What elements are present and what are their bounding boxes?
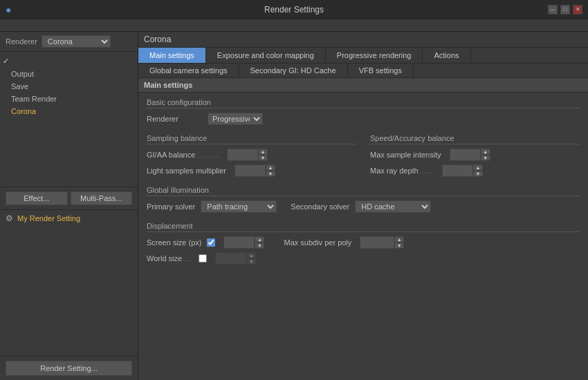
left-nav: ✓ Output Save Team Render Corona bbox=[0, 52, 138, 187]
main-settings-header: Main settings bbox=[138, 78, 588, 93]
light-samples-arrows: ▲ ▼ bbox=[266, 164, 275, 177]
world-size-checkbox[interactable] bbox=[199, 254, 207, 263]
giaa-spinner: 16 ▲ ▼ bbox=[227, 149, 268, 161]
light-samples-up[interactable]: ▲ bbox=[266, 164, 275, 171]
multi-pass-button[interactable]: Multi-Pass... bbox=[71, 191, 133, 205]
maximize-button[interactable]: □ bbox=[560, 5, 570, 15]
title-bar: ● Render Settings — □ ✕ bbox=[0, 0, 588, 19]
screen-size-spinner: 2 ▲ ▼ bbox=[223, 236, 264, 249]
tab-actions[interactable]: Actions bbox=[423, 48, 470, 63]
max-sample-down[interactable]: ▼ bbox=[481, 155, 490, 161]
my-render-setting[interactable]: My Render Setting bbox=[17, 214, 80, 222]
max-sample-spinner: 20 ▲ ▼ bbox=[450, 149, 490, 161]
giaa-arrows: ▲ ▼ bbox=[258, 149, 268, 161]
world-size-down[interactable]: ▼ bbox=[246, 258, 256, 265]
max-subdiv-down[interactable]: ▼ bbox=[394, 243, 404, 249]
nav-item-team-render[interactable]: Team Render bbox=[0, 93, 138, 105]
nav-item-corona[interactable]: Corona bbox=[0, 105, 138, 117]
light-samples-spinner: 2 ▲ ▼ bbox=[235, 164, 275, 177]
world-size-arrows: ▲ ▼ bbox=[246, 252, 256, 265]
speed-accuracy-header: Speed/Accuracy balance bbox=[370, 134, 580, 144]
max-sample-row: Max sample intensity 20 ▲ ▼ bbox=[370, 149, 580, 161]
screen-size-up[interactable]: ▲ bbox=[255, 236, 264, 243]
light-samples-row: Light samples multiplier 2 ▲ ▼ bbox=[147, 164, 356, 177]
screen-size-checkbox[interactable] bbox=[207, 238, 215, 247]
render-setting-row: ⚙ My Render Setting bbox=[0, 209, 138, 227]
max-subdiv-up[interactable]: ▲ bbox=[394, 236, 404, 243]
sampling-balance-col: Sampling balance GI/AA balance .........… bbox=[147, 134, 356, 180]
renderer-field-label: Renderer bbox=[147, 115, 202, 123]
gi-section: Global illumination Primary solver Path … bbox=[138, 186, 588, 222]
tab-global-camera[interactable]: Global camera settings bbox=[138, 64, 239, 77]
tab-vfb[interactable]: VFB settings bbox=[348, 64, 414, 77]
world-size-label: World size .... bbox=[147, 254, 193, 263]
primary-solver-select[interactable]: Path tracing UHD Cache bbox=[201, 200, 277, 213]
renderer-dropdown[interactable]: Corona Physical Standard bbox=[42, 35, 111, 48]
displacement-header: Displacement bbox=[147, 222, 580, 232]
world-size-spinner: 1 cm ▲ ▼ bbox=[215, 252, 256, 265]
tab-secondary-gi[interactable]: Secondary GI: HD Cache bbox=[239, 64, 348, 77]
screen-size-arrows: ▲ ▼ bbox=[255, 236, 264, 249]
tabs-row1: Main settings Exposure and color mapping… bbox=[138, 48, 588, 64]
basic-config-header: Basic configuration bbox=[147, 98, 580, 108]
panel-header: Corona bbox=[138, 32, 588, 48]
max-ray-input[interactable]: 25 bbox=[442, 164, 473, 177]
screen-size-row: Screen size (px) 2 ▲ ▼ Max subdiv per po… bbox=[147, 236, 580, 249]
max-subdiv-spinner: 100 ▲ ▼ bbox=[360, 236, 404, 249]
world-size-row: World size .... 1 cm ▲ ▼ bbox=[147, 252, 580, 265]
giaa-down[interactable]: ▼ bbox=[258, 155, 268, 161]
sampling-balance-header: Sampling balance bbox=[147, 134, 356, 144]
light-samples-down[interactable]: ▼ bbox=[266, 171, 275, 177]
basic-config-section: Basic configuration Renderer Progressive… bbox=[138, 93, 588, 134]
tab-exposure[interactable]: Exposure and color mapping bbox=[206, 48, 326, 63]
renderer-bar: Renderer Corona Physical Standard bbox=[0, 32, 138, 52]
max-sample-input[interactable]: 20 bbox=[450, 149, 481, 161]
effect-button[interactable]: Effect... bbox=[6, 191, 68, 205]
gi-solvers-row: Primary solver Path tracing UHD Cache Se… bbox=[147, 200, 580, 213]
world-size-up[interactable]: ▲ bbox=[246, 252, 256, 258]
render-setting-button[interactable]: Render Setting... bbox=[6, 361, 132, 376]
gi-header: Global illumination bbox=[147, 186, 580, 196]
max-sample-up[interactable]: ▲ bbox=[481, 149, 490, 155]
max-subdiv-arrows: ▲ ▼ bbox=[394, 236, 404, 249]
sampling-section: Sampling balance GI/AA balance .........… bbox=[138, 134, 588, 186]
giaa-up[interactable]: ▲ bbox=[258, 149, 268, 155]
speed-accuracy-col: Speed/Accuracy balance Max sample intens… bbox=[356, 134, 580, 180]
giaa-label: GI/AA balance ........... bbox=[147, 151, 221, 159]
secondary-solver-select[interactable]: HD cache None bbox=[355, 200, 431, 213]
renderer-field-select[interactable]: Progressive Bucket VCM bbox=[208, 113, 263, 125]
close-button[interactable]: ✕ bbox=[573, 5, 582, 15]
renderer-row: Renderer Progressive Bucket VCM bbox=[147, 113, 580, 125]
max-ray-spinner: 25 ▲ ▼ bbox=[442, 164, 483, 177]
minimize-button[interactable]: — bbox=[548, 5, 558, 15]
giaa-row: GI/AA balance ........... 16 ▲ ▼ bbox=[147, 149, 356, 161]
primary-solver-label: Primary solver bbox=[147, 202, 195, 211]
max-subdiv-input[interactable]: 100 bbox=[360, 236, 394, 249]
title-bar-left: ● bbox=[6, 4, 11, 15]
nav-item-check: ✓ bbox=[0, 55, 138, 68]
right-panel: Corona Main settings Exposure and color … bbox=[138, 32, 588, 380]
screen-size-down[interactable]: ▼ bbox=[255, 243, 264, 249]
giaa-input[interactable]: 16 bbox=[227, 149, 258, 161]
light-samples-input[interactable]: 2 bbox=[235, 164, 266, 177]
window-title: Render Settings bbox=[264, 5, 324, 15]
light-samples-label: Light samples multiplier bbox=[147, 167, 226, 175]
world-size-input[interactable]: 1 cm bbox=[215, 252, 246, 265]
content-area: Main settings Basic configuration Render… bbox=[138, 78, 588, 380]
max-ray-up[interactable]: ▲ bbox=[473, 164, 483, 171]
max-sample-arrows: ▲ ▼ bbox=[481, 149, 490, 161]
gear-icon: ⚙ bbox=[6, 213, 13, 223]
tab-main-settings[interactable]: Main settings bbox=[138, 48, 206, 63]
check-mark: ✓ bbox=[3, 57, 9, 65]
tab-progressive[interactable]: Progressive rendering bbox=[326, 48, 423, 63]
screen-size-input[interactable]: 2 bbox=[223, 236, 255, 249]
max-sample-label: Max sample intensity bbox=[370, 151, 441, 159]
nav-item-save[interactable]: Save bbox=[0, 80, 138, 93]
window-controls: — □ ✕ bbox=[548, 5, 582, 15]
left-footer: Render Setting... bbox=[0, 356, 138, 380]
max-ray-down[interactable]: ▼ bbox=[473, 171, 483, 177]
nav-item-output[interactable]: Output bbox=[0, 68, 138, 80]
max-ray-label: Max ray depth ...... bbox=[370, 167, 434, 175]
max-ray-row: Max ray depth ...... 25 ▲ ▼ bbox=[370, 164, 580, 177]
toolbar-strip bbox=[0, 19, 588, 32]
